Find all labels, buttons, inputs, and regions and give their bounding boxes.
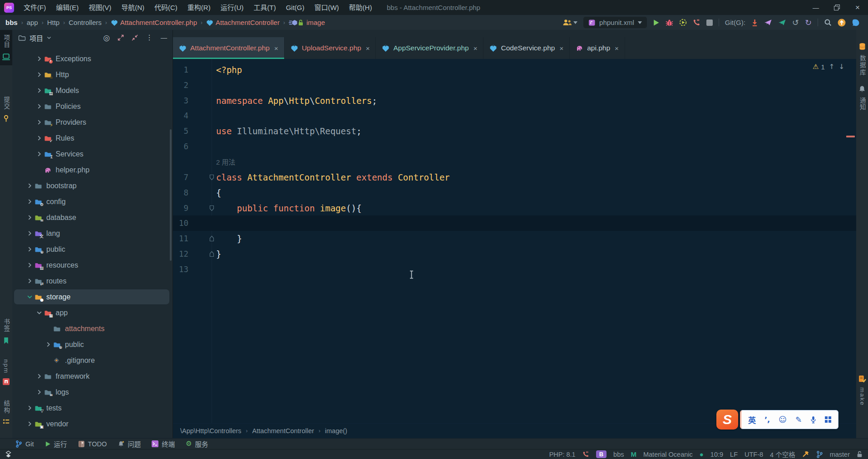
menu-item[interactable]: 编辑(E) (51, 0, 84, 15)
line-number[interactable]: 11 (173, 234, 188, 243)
chevron-right-icon[interactable] (35, 120, 44, 125)
chevron-right-icon[interactable] (25, 421, 35, 426)
branch-small-status[interactable] (816, 451, 823, 458)
chevron-right-icon[interactable] (35, 56, 44, 61)
tree-item-Exceptions[interactable]: !Exceptions (12, 51, 173, 67)
chevron-right-icon[interactable] (25, 405, 35, 410)
ime-grid-button[interactable] (825, 416, 831, 423)
tool-stripe-item-项目[interactable]: 项目 (0, 30, 12, 65)
tree-item-bootstrap[interactable]: bootstrap (12, 178, 173, 194)
tree-item-Providers[interactable]: ⚡Providers (12, 114, 173, 130)
status-item[interactable]: master (830, 451, 850, 458)
tool-stripe-item-结构[interactable]: 结构 (0, 396, 12, 429)
chevron-down-icon[interactable] (35, 310, 44, 315)
toolwindow-button-运行[interactable]: 运行 (45, 439, 67, 449)
toolwindow-button-终端[interactable]: 终端 (152, 439, 175, 449)
tool-stripe-item-数据库[interactable]: 数据库 (856, 38, 868, 81)
menu-item[interactable]: 帮助(H) (344, 0, 377, 15)
chevron-right-icon[interactable] (35, 72, 44, 77)
chevron-right-icon[interactable] (35, 104, 44, 109)
collapse-all-button[interactable] (132, 34, 138, 41)
chevron-right-icon[interactable] (25, 199, 35, 204)
tab-AttachmentControllerphp[interactable]: AttachmentController.php× (173, 37, 285, 59)
tool-stripe-item-提交[interactable]: 提交 (0, 92, 12, 127)
teal-dot-status[interactable]: ● (700, 450, 704, 458)
status-item[interactable]: M (631, 450, 636, 458)
editor-breadcrumb-item[interactable]: image() (325, 427, 347, 435)
tree-item-app[interactable]: ▦app (12, 305, 173, 321)
tree-item-storage[interactable]: ●storage (12, 289, 173, 305)
tool-stripe-item-书签[interactable]: 书签 (0, 314, 12, 349)
breadcrumb-item[interactable]: app (27, 19, 38, 26)
menu-item[interactable]: 工具(T) (248, 0, 281, 15)
ime-smiley-button[interactable]: ☺ (779, 415, 787, 424)
toolwindow-button-todo[interactable]: TODO (78, 440, 107, 448)
usages-inlay-hint[interactable]: 2 用法 (212, 157, 236, 166)
menu-item[interactable]: 代码(C) (149, 0, 182, 15)
layers-icon[interactable] (5, 450, 11, 458)
line-number[interactable]: 1 (173, 65, 188, 74)
breadcrumb-item[interactable]: bbs (5, 19, 18, 26)
tree-item-Http[interactable]: ≡Http (12, 67, 173, 83)
update-available-button[interactable] (838, 19, 846, 27)
line-number[interactable]: 9 (173, 204, 188, 213)
chevron-right-icon[interactable] (25, 278, 35, 283)
tab-UploadServicephp[interactable]: UploadService.php× (285, 37, 376, 59)
tab-close-icon[interactable]: × (366, 44, 370, 52)
status-item[interactable]: Material Oceanic (643, 451, 693, 458)
code-line-2[interactable]: 2 (173, 78, 856, 93)
ime-language-toggle[interactable]: 英 (748, 414, 756, 425)
tree-item-Models[interactable]: ▤Models (12, 83, 173, 98)
run-configuration-select[interactable]: phpunit.xml (583, 17, 647, 28)
tab-apiphp[interactable]: api.php× (570, 37, 625, 59)
line-number[interactable]: 7 (173, 173, 188, 182)
line-number[interactable]: 6 (173, 142, 188, 151)
tree-item-config[interactable]: ⚙config (12, 194, 173, 210)
stop-button[interactable] (706, 20, 713, 26)
tree-item-helperphp[interactable]: helper.php (12, 162, 173, 178)
code-line-12[interactable]: 12} (173, 246, 856, 262)
tab-close-icon[interactable]: × (473, 44, 478, 52)
hammer-status[interactable] (802, 451, 809, 458)
line-number[interactable]: 4 (173, 111, 188, 120)
ime-punct-button[interactable]: ’, (764, 415, 770, 424)
breadcrumb-item[interactable]: image (289, 19, 325, 26)
tree-item-Rules[interactable]: ✓Rules (12, 130, 173, 146)
git-push-button[interactable] (778, 19, 786, 26)
tree-item-resources[interactable]: ▤resources (12, 257, 173, 273)
tree-item-Services[interactable]: ΣServices (12, 146, 173, 162)
tree-item-framework[interactable]: framework (12, 368, 173, 384)
play-button[interactable] (653, 19, 660, 26)
menu-item[interactable]: 窗口(W) (309, 0, 344, 15)
code-line-13[interactable]: 13 (173, 262, 856, 277)
menu-item[interactable]: 文件(F) (19, 0, 51, 15)
code-line-6[interactable]: 6 (173, 139, 856, 154)
editor-breadcrumb-item[interactable]: AttachmentController (252, 427, 314, 435)
tree-item-public[interactable]: ⊕public (12, 337, 173, 352)
git-menu-label[interactable]: Git(G): (725, 19, 745, 26)
code-line-10[interactable]: 10 (173, 215, 856, 231)
tree-item-gitignore[interactable]: .gitignore (12, 352, 173, 368)
git-update-button[interactable] (751, 19, 758, 26)
tree-item-vendor[interactable]: ▣vendor (12, 416, 173, 432)
code-line-5[interactable]: 5use Illuminate\Http\Request; (173, 123, 856, 139)
tab-close-icon[interactable]: × (615, 44, 619, 52)
code-line-4[interactable]: 4 (173, 108, 856, 124)
minimize-icon[interactable]: — (805, 0, 826, 15)
restore-icon[interactable] (826, 0, 847, 15)
code-line-7[interactable]: 7class AttachmentController extends Cont… (173, 170, 856, 185)
line-number[interactable]: 2 (173, 81, 188, 90)
breadcrumb-item[interactable]: AttachmentController (206, 19, 280, 26)
sogou-logo-icon[interactable]: S (716, 410, 738, 430)
chevron-right-icon[interactable] (25, 247, 35, 252)
chevron-right-icon[interactable] (25, 183, 35, 188)
chevron-right-icon[interactable] (35, 390, 44, 395)
tree-item-Policies[interactable]: Policies (12, 98, 173, 114)
git-history-button[interactable]: ↺ (792, 19, 799, 27)
chevron-right-icon[interactable] (35, 88, 44, 93)
tree-item-routes[interactable]: ⇄routes (12, 273, 173, 289)
git-commit-button[interactable] (764, 19, 772, 26)
chevron-down-icon[interactable] (47, 36, 51, 39)
code-line-3[interactable]: 3namespace App\Http\Controllers; (173, 93, 856, 108)
chevron-right-icon[interactable] (25, 263, 35, 268)
